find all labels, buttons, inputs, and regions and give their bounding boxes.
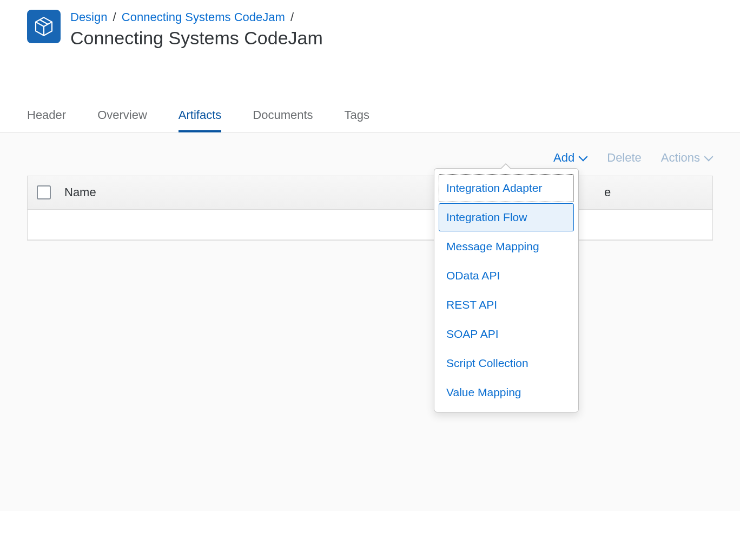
tab-header[interactable]: Header [27,108,66,132]
delete-button: Delete [607,151,642,165]
menu-item-rest-api[interactable]: REST API [439,291,574,319]
actions-button[interactable]: Actions [661,151,713,165]
breadcrumb-package-link[interactable]: Connecting Systems CodeJam [122,10,285,24]
column-header-type[interactable]: e [604,185,712,199]
menu-item-odata-api[interactable]: OData API [439,262,574,290]
add-button[interactable]: Add [553,151,587,165]
menu-item-integration-adapter[interactable]: Integration Adapter [439,174,574,202]
menu-item-value-mapping[interactable]: Value Mapping [439,378,574,406]
menu-item-soap-api[interactable]: SOAP API [439,320,574,348]
tabs: Header Overview Artifacts Documents Tags [0,108,740,132]
tab-artifacts[interactable]: Artifacts [179,108,221,132]
add-dropdown-menu: Integration Adapter Integration Flow Mes… [434,168,579,412]
package-icon [27,10,61,43]
breadcrumb-separator: / [290,10,294,24]
breadcrumb-separator: / [113,10,116,24]
menu-item-integration-flow[interactable]: Integration Flow [439,203,574,231]
tab-tags[interactable]: Tags [345,108,369,132]
tab-documents[interactable]: Documents [253,108,313,132]
tab-overview[interactable]: Overview [97,108,147,132]
breadcrumb-design-link[interactable]: Design [70,10,107,24]
table-body-empty [28,210,712,240]
menu-item-script-collection[interactable]: Script Collection [439,349,574,377]
select-all-checkbox[interactable] [37,185,51,199]
breadcrumb: Design / Connecting Systems CodeJam / [70,10,323,25]
artifacts-table: Name e [27,176,713,241]
chevron-down-icon [579,155,587,161]
page-title: Connecting Systems CodeJam [70,28,323,49]
add-button-label: Add [553,151,574,165]
menu-item-message-mapping[interactable]: Message Mapping [439,232,574,261]
toolbar: Add Delete Actions Integration Adapter I… [27,132,713,176]
chevron-down-icon [704,155,713,161]
table-header-row: Name e [28,176,712,210]
actions-button-label: Actions [661,151,700,165]
delete-button-label: Delete [607,151,642,165]
